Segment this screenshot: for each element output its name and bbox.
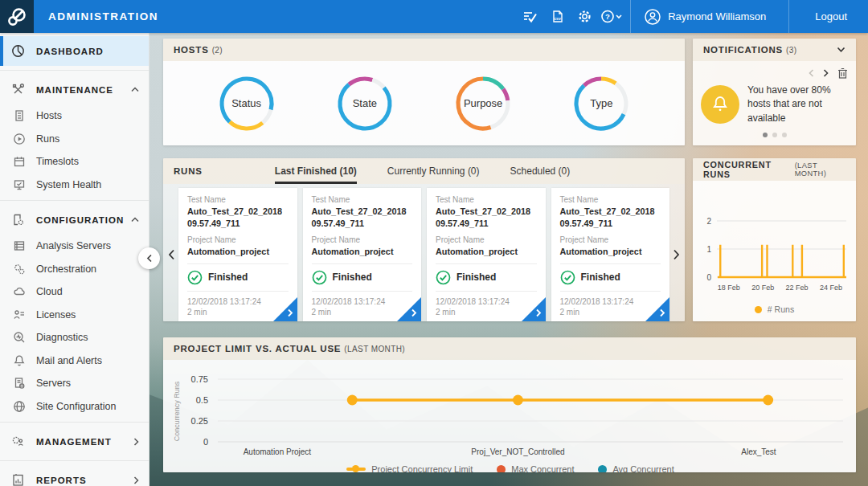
notifications-title: NOTIFICATIONS bbox=[703, 45, 783, 55]
svg-text:Concurrency Runs: Concurrency Runs bbox=[173, 381, 181, 441]
project-name-value: Automation_project bbox=[187, 246, 289, 258]
administration-app: ADMINISTRATION csv ? Raymond Williamson … bbox=[0, 0, 868, 486]
concurrent-runs-panel: CONCURRENT RUNS (LAST MONTH) 01218 Feb20… bbox=[693, 158, 856, 321]
user-menu[interactable]: Raymond Williamson bbox=[636, 8, 784, 26]
project-limit-chart: 00.250.50.75Concurrency RunsAutomation P… bbox=[171, 365, 848, 459]
sidebar-item-system-health[interactable]: System Health bbox=[0, 174, 149, 197]
sidebar-label: Diagnostics bbox=[36, 332, 88, 343]
sidebar-item-licenses[interactable]: Licenses bbox=[0, 304, 149, 327]
project-limit-header: PROJECT LIMIT VS. ACTUAL USE (LAST MONTH… bbox=[163, 337, 856, 360]
logout-button[interactable]: Logout bbox=[794, 0, 868, 33]
project-limit-title: PROJECT LIMIT VS. ACTUAL USE bbox=[174, 344, 341, 353]
svg-text:18 Feb: 18 Feb bbox=[718, 284, 740, 292]
timeslots-calendar-icon bbox=[13, 155, 26, 168]
pagination-dot[interactable] bbox=[772, 133, 777, 137]
help-menu-icon[interactable]: ? bbox=[598, 0, 625, 33]
hosts-state-donut[interactable]: State bbox=[335, 74, 395, 133]
hosts-title: HOSTS bbox=[174, 45, 209, 55]
sidebar-item-dashboard[interactable]: DASHBOARD bbox=[0, 36, 149, 66]
bell-icon bbox=[13, 354, 26, 367]
sidebar-item-reports[interactable]: REPORTS bbox=[0, 465, 149, 486]
svg-text:0: 0 bbox=[203, 437, 208, 447]
svg-text:csv: csv bbox=[554, 16, 561, 21]
sidebar-label: CONFIGURATION bbox=[36, 215, 124, 225]
notification-message: You have over 80% hosts that are not ava… bbox=[747, 84, 848, 125]
carousel-next-button[interactable] bbox=[669, 188, 683, 321]
tab-last-finished[interactable]: Last Finished (10) bbox=[275, 158, 357, 184]
tasks-checklist-icon[interactable] bbox=[516, 0, 543, 33]
carousel-prev-button[interactable] bbox=[165, 188, 178, 321]
svg-text:24 Feb: 24 Feb bbox=[820, 284, 842, 292]
pagination-dot[interactable] bbox=[782, 133, 787, 137]
topbar: ADMINISTRATION csv ? Raymond Williamson … bbox=[0, 0, 868, 33]
sidebar-item-hosts[interactable]: Hosts bbox=[0, 104, 149, 128]
notification-next-button[interactable] bbox=[823, 69, 829, 77]
test-name-label: Test Name bbox=[560, 195, 661, 204]
status-badge: Finished bbox=[333, 272, 372, 283]
licenses-icon bbox=[13, 308, 26, 321]
sidebar-item-configuration[interactable]: CONFIGURATION bbox=[0, 205, 149, 235]
runs-panel: RUNS Last Finished (10) Currently Runnin… bbox=[163, 158, 685, 321]
sidebar-item-servers[interactable]: Servers bbox=[0, 372, 149, 395]
test-name-value: Auto_Test_27_02_2018 09.57.49_711 bbox=[187, 206, 289, 229]
settings-gear-icon[interactable] bbox=[571, 0, 598, 33]
dashboard-icon bbox=[11, 44, 25, 58]
cloud-icon bbox=[13, 285, 26, 298]
sidebar-collapse-button[interactable] bbox=[138, 247, 160, 269]
sidebar-item-analysis-servers[interactable]: Analysis Servers bbox=[0, 235, 149, 258]
tab-scheduled[interactable]: Scheduled (0) bbox=[510, 158, 571, 184]
svg-text:20 Feb: 20 Feb bbox=[751, 284, 774, 292]
microfocus-logo-icon bbox=[6, 6, 27, 27]
runs-icon bbox=[13, 133, 26, 145]
tab-currently-running[interactable]: Currently Running (0) bbox=[387, 158, 480, 184]
orchestration-gears-icon bbox=[13, 263, 26, 276]
hosts-purpose-donut[interactable]: Purpose bbox=[453, 74, 513, 133]
sidebar-label: System Health bbox=[36, 179, 101, 190]
pagination-dot[interactable] bbox=[763, 133, 768, 137]
run-card: Test Name Auto_Test_27_02_2018 09.57.49_… bbox=[551, 188, 670, 321]
sidebar-item-cloud[interactable]: Cloud bbox=[0, 280, 149, 304]
status-badge: Finished bbox=[457, 272, 496, 283]
sidebar-item-maintenance[interactable]: MAINTENANCE bbox=[0, 75, 149, 104]
divider bbox=[187, 291, 289, 292]
run-card: Test Name Auto_Test_27_02_2018 09.57.49_… bbox=[178, 188, 297, 321]
sidebar-item-orchestration[interactable]: Orchestration bbox=[0, 258, 149, 281]
open-run-button[interactable] bbox=[397, 297, 421, 321]
svg-text:0: 0 bbox=[706, 273, 711, 282]
system-health-icon bbox=[13, 178, 26, 191]
page-title: ADMINISTRATION bbox=[48, 10, 158, 22]
project-limit-panel: PROJECT LIMIT VS. ACTUAL USE (LAST MONTH… bbox=[163, 337, 856, 472]
open-run-button[interactable] bbox=[645, 297, 669, 321]
open-run-button[interactable] bbox=[522, 297, 546, 321]
avatar-icon bbox=[644, 8, 661, 26]
divider bbox=[187, 263, 289, 264]
brand-logo[interactable] bbox=[0, 0, 34, 33]
svg-text:?: ? bbox=[605, 12, 610, 21]
runs-legend-label: # Runs bbox=[768, 304, 794, 314]
sidebar-label: MAINTENANCE bbox=[36, 85, 113, 95]
test-name-value: Auto_Test_27_02_2018 09.57.49_711 bbox=[436, 206, 537, 229]
notification-prev-button[interactable] bbox=[809, 69, 814, 77]
trash-icon[interactable] bbox=[837, 67, 848, 79]
test-name-label: Test Name bbox=[436, 195, 537, 204]
export-csv-icon[interactable]: csv bbox=[543, 0, 571, 33]
sidebar-label: Orchestration bbox=[36, 263, 96, 275]
sidebar-item-runs[interactable]: Runs bbox=[0, 128, 149, 151]
chevron-down-icon[interactable] bbox=[837, 47, 845, 53]
hosts-status-donut[interactable]: Status bbox=[217, 74, 276, 133]
sidebar-item-mail-and-alerts[interactable]: Mail and Alerts bbox=[0, 349, 149, 373]
concurrent-runs-chart: 01218 Feb20 Feb22 Feb24 Feb bbox=[699, 187, 850, 298]
sidebar-item-management[interactable]: MANAGEMENT bbox=[0, 427, 149, 456]
finished-check-icon bbox=[187, 270, 203, 285]
hosts-type-donut[interactable]: Type bbox=[571, 74, 631, 133]
open-run-button[interactable] bbox=[273, 297, 297, 321]
sidebar-item-site-configuration[interactable]: Site Configuration bbox=[0, 395, 149, 419]
sidebar-item-timeslots[interactable]: Timeslots bbox=[0, 150, 149, 174]
sidebar-item-diagnostics[interactable]: Diagnostics bbox=[0, 326, 149, 349]
runs-legend-dot bbox=[755, 306, 762, 313]
chevron-right-icon bbox=[287, 308, 293, 317]
sidebar-label: Timeslots bbox=[36, 156, 79, 167]
sidebar-nav: DASHBOARD MAINTENANCE Hosts Runs Timeslo… bbox=[0, 33, 149, 486]
svg-text:Automation Project: Automation Project bbox=[244, 447, 312, 456]
alert-bell-badge bbox=[701, 85, 739, 124]
